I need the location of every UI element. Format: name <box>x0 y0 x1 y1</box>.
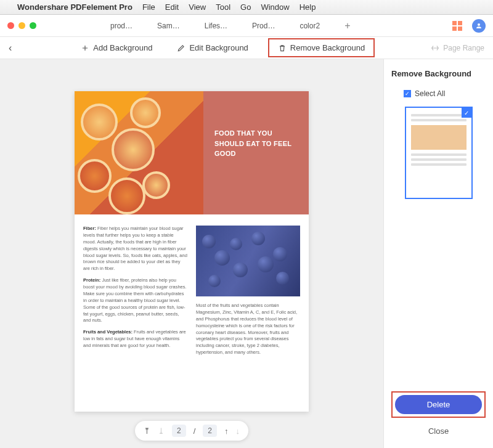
window-chrome: prod… Sam… Lifes… Prod… color2 + <box>0 15 493 37</box>
thumbnail-check-icon: ✓ <box>462 108 471 118</box>
doc-hero: FOOD THAT YOU SHOULD EAT TO FEEL GOOD <box>75 91 309 214</box>
add-background-button[interactable]: Add Background <box>76 41 157 55</box>
select-all-checkbox[interactable]: ✓ Select All <box>404 89 486 98</box>
menu-file[interactable]: File <box>142 2 155 12</box>
menu-view[interactable]: View <box>189 2 206 12</box>
page-range-button[interactable]: Page Range <box>431 44 484 52</box>
app-name[interactable]: Wondershare PDFelement Pro <box>17 2 132 12</box>
tab-2[interactable]: Lifes… <box>205 22 227 30</box>
remove-background-highlight: Remove Background <box>268 38 375 57</box>
app-grid-icon[interactable] <box>452 21 462 31</box>
new-tab-button[interactable]: + <box>344 20 350 31</box>
document-tabs: prod… Sam… Lifes… Prod… color2 + <box>110 20 350 31</box>
minimize-window-icon[interactable] <box>18 22 25 29</box>
tab-4[interactable]: color2 <box>299 22 320 30</box>
total-pages: 2 <box>203 425 217 437</box>
last-page-icon[interactable]: ⤓ <box>158 426 165 436</box>
tab-1[interactable]: Sam… <box>157 22 180 30</box>
doc-col-left: Fiber: Fiber helps you maintain your blo… <box>83 226 187 361</box>
add-bg-label: Add Background <box>93 43 152 52</box>
tab-3[interactable]: Prod… <box>252 22 275 30</box>
menu-window[interactable]: Window <box>261 2 289 12</box>
doc-col-right: Most of the fruits and vegetables contai… <box>196 226 300 361</box>
next-page-icon[interactable]: ↓ <box>236 426 240 436</box>
menu-tool[interactable]: Tool <box>216 2 230 12</box>
back-button[interactable]: ‹ <box>9 43 12 54</box>
panel-title: Remove Background <box>391 69 486 78</box>
pencil-icon <box>177 44 185 52</box>
doc-body: Fiber: Fiber helps you maintain your blo… <box>75 214 309 372</box>
page-navigator: ⤒ ⤓ 2 / 2 ↑ ↓ <box>135 421 248 441</box>
macos-menubar: Wondershare PDFelement Pro File Edit Vie… <box>0 0 493 15</box>
remove-bg-label: Remove Background <box>290 43 365 52</box>
remove-background-button[interactable]: Remove Background <box>273 41 370 55</box>
delete-button[interactable]: Delete <box>395 395 482 414</box>
remove-background-panel: Remove Background ✓ Select All ✓ Delete … <box>383 59 493 448</box>
traffic-lights <box>7 22 36 29</box>
edit-bg-label: Edit Background <box>189 43 248 52</box>
edit-background-button[interactable]: Edit Background <box>172 41 253 55</box>
close-window-icon[interactable] <box>7 22 14 29</box>
document-canvas: FOOD THAT YOU SHOULD EAT TO FEEL GOOD Fi… <box>0 59 383 448</box>
plus-icon <box>81 44 89 52</box>
prev-page-icon[interactable]: ↑ <box>224 426 229 436</box>
background-thumbnail[interactable]: ✓ <box>405 107 473 199</box>
menu-go[interactable]: Go <box>240 2 251 12</box>
blueberry-image <box>196 226 300 296</box>
svg-point-0 <box>478 23 480 26</box>
background-toolbar: ‹ Add Background Edit Background Remove … <box>0 37 493 59</box>
delete-highlight: Delete <box>391 391 486 418</box>
first-page-icon[interactable]: ⤒ <box>144 426 150 436</box>
menu-edit[interactable]: Edit <box>165 2 179 12</box>
select-all-label: Select All <box>415 89 445 98</box>
tab-0[interactable]: prod… <box>110 22 132 30</box>
document-page[interactable]: FOOD THAT YOU SHOULD EAT TO FEEL GOOD Fi… <box>75 91 309 412</box>
citrus-image <box>75 91 203 214</box>
close-button[interactable]: Close <box>391 422 486 441</box>
trash-icon <box>278 44 287 52</box>
page-range-label: Page Range <box>443 44 484 52</box>
page-range-icon <box>431 44 439 52</box>
checkbox-checked-icon: ✓ <box>404 90 411 97</box>
current-page[interactable]: 2 <box>172 425 186 437</box>
doc-hero-title: FOOD THAT YOU SHOULD EAT TO FEEL GOOD <box>203 91 309 214</box>
menu-help[interactable]: Help <box>299 2 316 12</box>
page-sep: / <box>194 426 196 436</box>
content-area: FOOD THAT YOU SHOULD EAT TO FEEL GOOD Fi… <box>0 59 493 448</box>
user-avatar-icon[interactable] <box>472 19 486 33</box>
fullscreen-window-icon[interactable] <box>30 22 36 29</box>
